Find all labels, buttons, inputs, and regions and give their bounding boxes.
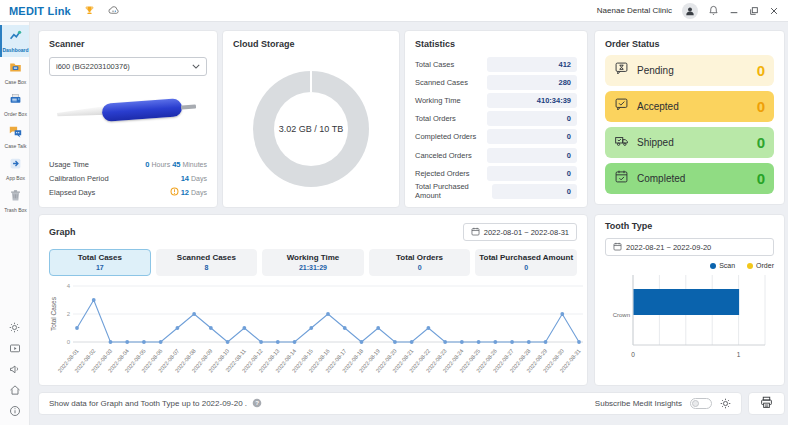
statistics-title: Statistics (415, 39, 577, 49)
cloud-storage-panel: Cloud Storage 3.02 GB / 10 TB (222, 30, 400, 208)
sidebar-item-dashboard[interactable]: Dashboard (0, 25, 29, 57)
tooth-type-title: Tooth Type (605, 221, 774, 231)
medit-link-logo[interactable]: MEDIT Link (9, 5, 71, 17)
stat-value: 410:34:39 (487, 93, 577, 108)
tab-value: 0 (476, 264, 576, 271)
stat-label: Rejected Orders (415, 169, 470, 178)
calibration-label: Calibration Period (49, 174, 109, 183)
scanner-tip (57, 106, 108, 119)
insights-settings-gear-icon[interactable] (720, 395, 731, 413)
order-card-accepted[interactable]: Accepted 0 (605, 91, 774, 122)
tab-value: 0 (370, 264, 470, 271)
announcements-megaphone-icon[interactable] (9, 363, 21, 375)
print-button[interactable] (748, 392, 785, 415)
stat-value: 280 (487, 75, 577, 90)
sidebar-item-label: App Box (6, 175, 25, 181)
order-card-pending[interactable]: Pending 0 (605, 55, 774, 86)
tooth-type-date-range: 2022-08-21 ~ 2022-09-20 (626, 243, 711, 252)
sidebar-item-label: Dashboard (2, 47, 28, 53)
settings-gear-icon[interactable] (9, 322, 20, 333)
info-icon[interactable] (9, 405, 21, 417)
calendar-check-icon (614, 169, 629, 188)
order-card-shipped[interactable]: Shipped 0 (605, 127, 774, 158)
cloud-sync-icon[interactable] (108, 5, 120, 17)
notifications-bell-icon[interactable] (708, 5, 719, 16)
order-card-count: 0 (757, 62, 765, 79)
tab-label: Working Time (263, 253, 363, 262)
stat-value: 0 (487, 166, 577, 181)
user-avatar[interactable] (682, 3, 698, 19)
warning-icon (170, 187, 179, 198)
trash-bin-icon (9, 188, 22, 206)
stat-row: Scanned Cases280 (415, 73, 577, 91)
app-window: MEDIT Link Naenae Dental Clinic (0, 0, 788, 425)
stat-label: Total Cases (415, 60, 454, 69)
sidebar-item-app-box[interactable]: App Box (0, 153, 29, 185)
sidebar: Dashboard Case Box Order Box Case Talk A… (0, 22, 30, 425)
scanner-device-value: i600 (BG2203100376) (56, 62, 130, 71)
footer-notice: Show data for Graph and Tooth Type up to… (49, 399, 247, 408)
footer-bar: Show data for Graph and Tooth Type up to… (38, 392, 742, 415)
cloud-storage-title: Cloud Storage (233, 39, 389, 49)
help-icon[interactable]: ? (252, 398, 262, 410)
order-card-count: 0 (757, 98, 765, 115)
sidebar-item-case-box[interactable]: Case Box (0, 57, 29, 89)
scanner-device-select[interactable]: i600 (BG2203100376) (49, 57, 207, 76)
rewards-trophy-icon[interactable] (84, 5, 95, 16)
sidebar-item-label: Trash Box (4, 207, 27, 213)
graph-tab-total-purchased-amount[interactable]: Total Purchased Amount 0 (475, 249, 577, 276)
stat-row: Completed Orders0 (415, 128, 577, 146)
order-printer-icon (9, 92, 22, 110)
graph-tab-scanned-cases[interactable]: Scanned Cases 8 (156, 249, 258, 276)
calibration-value: 14 (181, 174, 189, 183)
stat-row: Total Orders0 (415, 110, 577, 128)
order-card-count: 0 (757, 134, 765, 151)
truck-icon (614, 133, 629, 152)
home-icon[interactable] (9, 384, 21, 396)
order-status-panel: Order Status Pending 0 Accepted 0 Shippe… (594, 30, 785, 205)
calibration-unit: Days (191, 175, 207, 182)
stat-row: Canceled Orders0 (415, 146, 577, 164)
tab-value: 17 (50, 264, 150, 271)
window-close-button[interactable] (769, 6, 779, 16)
graph-tab-total-orders[interactable]: Total Orders 0 (369, 249, 471, 276)
stat-value: 0 (487, 148, 577, 163)
order-card-label: Completed (637, 173, 685, 184)
subscribe-label: Subscribe Medit Insights (595, 399, 682, 408)
graph-tab-total-cases[interactable]: Total Cases 17 (49, 249, 151, 276)
tab-label: Total Orders (370, 253, 470, 262)
sidebar-item-label: Case Box (5, 79, 27, 85)
usage-minutes-unit: Minutes (182, 161, 207, 168)
svg-text:Crown: Crown (613, 312, 630, 318)
sidebar-item-case-talk[interactable]: Case Talk (0, 121, 29, 153)
stat-row: Rejected Orders0 (415, 164, 577, 182)
tab-label: Total Cases (50, 253, 150, 262)
order-card-completed[interactable]: Completed 0 (605, 163, 774, 194)
tab-label: Total Purchased Amount (476, 253, 576, 262)
calendar-icon (471, 227, 480, 238)
storage-donut-chart: 3.02 GB / 10 TB (253, 71, 369, 187)
window-minimize-button[interactable] (729, 6, 739, 16)
subscribe-toggle[interactable] (690, 398, 712, 409)
stat-label: Working Time (415, 96, 461, 105)
dashboard-chart-icon (9, 28, 22, 46)
media-box-icon[interactable] (9, 342, 21, 354)
sidebar-item-trash-box[interactable]: Trash Box (0, 185, 29, 217)
window-maximize-button[interactable] (749, 6, 759, 16)
svg-text:1: 1 (737, 351, 741, 358)
order-card-label: Shipped (637, 137, 674, 148)
sidebar-item-order-box[interactable]: Order Box (0, 89, 29, 121)
tooth-type-date-range-button[interactable]: 2022-08-21 ~ 2022-09-20 (605, 238, 774, 256)
tooth-type-bar-chart: Crown01 (605, 271, 774, 375)
stat-label: Total Purchased Amount (415, 182, 492, 200)
usage-minutes: 45 (172, 160, 180, 169)
order-card-label: Pending (637, 65, 674, 76)
order-card-count: 0 (757, 170, 765, 187)
legend-order: Order (747, 262, 774, 269)
svg-text:0: 0 (631, 351, 635, 358)
graph-tab-working-time[interactable]: Working Time 21:31:29 (262, 249, 364, 276)
printer-icon (760, 395, 773, 413)
graph-date-range-button[interactable]: 2022-08-01 ~ 2022-08-31 (463, 223, 577, 241)
stat-value: 0 (492, 184, 577, 199)
order-status-title: Order Status (605, 39, 774, 49)
